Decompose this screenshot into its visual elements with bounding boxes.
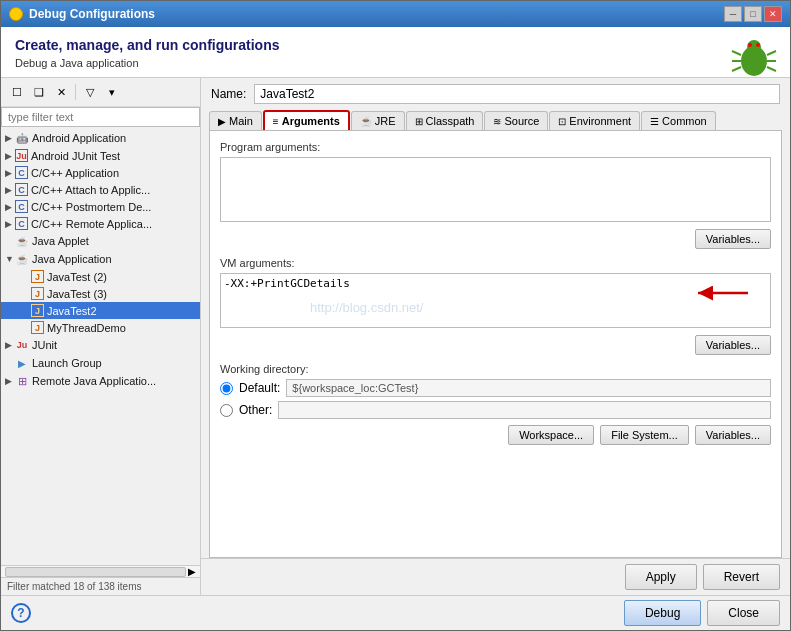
footer-buttons: Debug Close	[624, 600, 780, 626]
filter-input[interactable]	[1, 107, 200, 127]
revert-button[interactable]: Revert	[703, 564, 780, 590]
window-title: Debug Configurations	[29, 7, 155, 21]
title-bar: Debug Configurations ─ □ ✕	[1, 1, 790, 27]
default-radio[interactable]	[220, 382, 233, 395]
tab-environment-label: Environment	[569, 115, 631, 127]
source-tab-icon: ≋	[493, 116, 501, 127]
tree-item-javatest2-sel[interactable]: ▶ J JavaTest2	[1, 302, 200, 319]
scroll-right-btn[interactable]: ▶	[188, 566, 196, 577]
program-args-input[interactable]	[220, 157, 771, 222]
svg-line-2	[732, 51, 741, 55]
new-config-button[interactable]: ☐	[7, 82, 27, 102]
window-controls: ─ □ ✕	[724, 6, 782, 22]
svg-line-4	[732, 67, 741, 71]
default-dir-input[interactable]	[286, 379, 771, 397]
file-system-button[interactable]: File System...	[600, 425, 689, 445]
left-scrollbar-area: ▶	[1, 565, 200, 577]
name-input[interactable]	[254, 84, 780, 104]
sort-button[interactable]: ▾	[102, 82, 122, 102]
tree-item-launch-group[interactable]: ▶ ▶ Launch Group	[1, 354, 200, 372]
header-title: Create, manage, and run configurations	[15, 37, 776, 53]
default-radio-label: Default:	[239, 381, 280, 395]
other-radio-row: Other:	[220, 401, 771, 419]
tabs-row: ▶ Main ≡ Arguments ☕ JRE ⊞ Classpath ≋	[201, 110, 790, 130]
help-button[interactable]: ?	[11, 603, 31, 623]
other-dir-input[interactable]	[278, 401, 771, 419]
tree-item-mythreaddemo[interactable]: ▶ J MyThreadDemo	[1, 319, 200, 336]
tree-item-java-app[interactable]: ▼ ☕ Java Application	[1, 250, 200, 268]
filter-button[interactable]: ▽	[80, 82, 100, 102]
program-variables-button[interactable]: Variables...	[695, 229, 771, 249]
working-dir-section: Working directory: Default: Other: Works…	[220, 363, 771, 445]
close-window-button[interactable]: ✕	[764, 6, 782, 22]
debug-button[interactable]: Debug	[624, 600, 701, 626]
svg-point-8	[748, 43, 752, 47]
filter-status-text: Filter matched 18 of 138 items	[7, 581, 142, 592]
vm-args-input[interactable]: -XX:+PrintGCDetails	[220, 273, 771, 328]
tree-item-cpp-app[interactable]: ▶ C C/C++ Application	[1, 164, 200, 181]
tab-main[interactable]: ▶ Main	[209, 111, 262, 130]
tree-item-junit[interactable]: ▶ Ju JUnit	[1, 336, 200, 354]
env-tab-icon: ⊡	[558, 116, 566, 127]
tree-item-cpp-remote[interactable]: ▶ C C/C++ Remote Applica...	[1, 215, 200, 232]
working-dir-buttons: Workspace... File System... Variables...	[220, 425, 771, 445]
tab-common[interactable]: ☰ Common	[641, 111, 716, 130]
tree-item-remote-java[interactable]: ▶ ⊞ Remote Java Applicatio...	[1, 372, 200, 390]
svg-point-1	[747, 40, 761, 54]
tab-content-arguments: Program arguments: Variables... VM argum…	[209, 130, 782, 558]
name-label: Name:	[211, 87, 246, 101]
tab-jre[interactable]: ☕ JRE	[351, 111, 405, 130]
svg-line-5	[767, 51, 776, 55]
tree-item-javatest3[interactable]: ▶ J JavaTest (3)	[1, 285, 200, 302]
main-tab-icon: ▶	[218, 116, 226, 127]
tab-classpath-label: Classpath	[426, 115, 475, 127]
other-radio-label: Other:	[239, 403, 272, 417]
tab-main-label: Main	[229, 115, 253, 127]
classpath-tab-icon: ⊞	[415, 116, 423, 127]
left-panel: ☐ ❑ ✕ ▽ ▾ ▶ 🤖 Android Application ▶	[1, 78, 201, 595]
duplicate-button[interactable]: ❑	[29, 82, 49, 102]
minimize-button[interactable]: ─	[724, 6, 742, 22]
apply-revert-bar: Apply Revert	[201, 558, 790, 595]
tab-arguments-label: Arguments	[282, 115, 340, 127]
delete-button[interactable]: ✕	[51, 82, 71, 102]
left-toolbar: ☐ ❑ ✕ ▽ ▾	[1, 78, 200, 107]
tab-classpath[interactable]: ⊞ Classpath	[406, 111, 484, 130]
tree-item-android-app[interactable]: ▶ 🤖 Android Application	[1, 129, 200, 147]
tab-source-label: Source	[504, 115, 539, 127]
separator	[75, 84, 76, 100]
dir-variables-button[interactable]: Variables...	[695, 425, 771, 445]
name-row: Name:	[201, 78, 790, 110]
svg-point-9	[756, 43, 760, 47]
tree-item-javatest2-1[interactable]: ▶ J JavaTest (2)	[1, 268, 200, 285]
bug-icon	[730, 33, 776, 79]
tab-jre-label: JRE	[375, 115, 396, 127]
other-radio[interactable]	[220, 404, 233, 417]
vm-vars-btn-row: Variables...	[220, 335, 771, 355]
close-dialog-button[interactable]: Close	[707, 600, 780, 626]
workspace-button[interactable]: Workspace...	[508, 425, 594, 445]
tree-item-cpp-postmortem[interactable]: ▶ C C/C++ Postmortem De...	[1, 198, 200, 215]
default-radio-row: Default:	[220, 379, 771, 397]
debug-configurations-window: Debug Configurations ─ □ ✕ Create, manag…	[0, 0, 791, 631]
tree-item-cpp-attach[interactable]: ▶ C C/C++ Attach to Applic...	[1, 181, 200, 198]
horizontal-scrollbar[interactable]	[5, 567, 186, 577]
vm-args-label: VM arguments:	[220, 257, 771, 269]
tree-item-android-junit[interactable]: ▶ Ju Android JUnit Test	[1, 147, 200, 164]
apply-button[interactable]: Apply	[625, 564, 697, 590]
window-footer: ? Debug Close	[1, 595, 790, 630]
tab-arguments[interactable]: ≡ Arguments	[263, 110, 350, 130]
vm-variables-button[interactable]: Variables...	[695, 335, 771, 355]
maximize-button[interactable]: □	[744, 6, 762, 22]
tab-environment[interactable]: ⊡ Environment	[549, 111, 640, 130]
config-tree: ▶ 🤖 Android Application ▶ Ju Android JUn…	[1, 127, 200, 565]
right-panel: Name: ▶ Main ≡ Arguments ☕ JRE ⊞	[201, 78, 790, 595]
tab-common-label: Common	[662, 115, 707, 127]
working-dir-label: Working directory:	[220, 363, 771, 375]
prog-vars-btn-row: Variables...	[220, 229, 771, 249]
header-subtitle: Debug a Java application	[15, 57, 776, 69]
arguments-tab-icon: ≡	[273, 116, 279, 127]
tree-item-java-applet[interactable]: ▶ ☕ Java Applet	[1, 232, 200, 250]
tab-source[interactable]: ≋ Source	[484, 111, 548, 130]
vm-args-container: -XX:+PrintGCDetails	[220, 273, 771, 331]
